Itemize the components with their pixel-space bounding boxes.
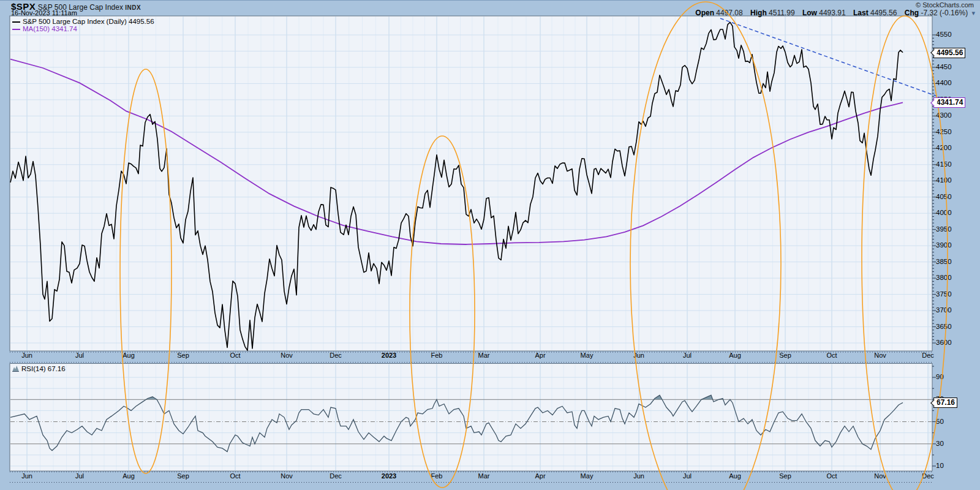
price-legend-swatch-icon: [12, 21, 20, 23]
quote-dropdown-icon[interactable]: ▾: [971, 9, 975, 17]
x-axis-label: Apr: [535, 352, 545, 359]
low-value: 4493.91: [819, 9, 845, 17]
x-axis-label: Sep: [779, 472, 791, 480]
rsi-legend-label: RSI(14) 67.16: [21, 365, 66, 372]
high-value: 4511.99: [769, 9, 795, 17]
price-axis-label: 4000: [936, 209, 952, 216]
x-axis-label: Jul: [683, 352, 692, 359]
x-axis-label: Nov: [874, 472, 886, 480]
x-axis-label: Sep: [177, 472, 189, 480]
x-axis-label: Aug: [123, 472, 135, 480]
price-axis-label: 3750: [936, 290, 952, 298]
ma-legend: MA(150) 4341.74: [12, 25, 77, 32]
x-axis-label: Mar: [478, 352, 490, 359]
x-axis-label: Jun: [633, 472, 644, 480]
copyright-label: © StockCharts.com: [916, 1, 974, 9]
x-axis-label: Dec: [922, 352, 934, 359]
x-axis-label: Nov: [281, 352, 293, 359]
price-axis-label: 3950: [936, 225, 952, 233]
price-axis-label: 3700: [936, 306, 952, 314]
stockcharts-chart-window: $SPX S&P 500 Large Cap Index INDX 16-Nov…: [0, 0, 980, 490]
x-axis-label: Jul: [75, 352, 84, 359]
last-label: Last: [853, 9, 869, 17]
x-axis-label: Nov: [874, 352, 886, 359]
price-axis-label: 4400: [936, 79, 952, 86]
open-label: Open: [695, 9, 714, 17]
x-axis-label: Sep: [177, 352, 189, 359]
x-axis-label: Oct: [826, 352, 837, 359]
chg-label: Chg: [905, 9, 919, 17]
x-axis-label: Aug: [729, 472, 741, 480]
x-axis-label: Feb: [431, 472, 443, 480]
price-axis-label: 4150: [936, 160, 952, 168]
price-axis-label: 4250: [936, 128, 952, 135]
price-axis-label: 3850: [936, 258, 952, 265]
x-axis-label: Mar: [478, 472, 490, 480]
x-axis-label: Jul: [75, 472, 84, 480]
x-axis-label: May: [581, 352, 594, 359]
rsi-axis-label: 50: [936, 418, 944, 425]
x-axis-label: Jun: [633, 352, 644, 359]
rsi-axis-label: 30: [936, 440, 944, 447]
x-axis-label: Dec: [330, 352, 342, 359]
x-axis-label: Jul: [683, 472, 692, 480]
x-axis-label: Oct: [826, 472, 837, 480]
x-axis-label: Oct: [230, 472, 240, 480]
price-axis-label: 3800: [936, 274, 952, 281]
rsi-axis-label: 10: [936, 462, 944, 469]
x-axis-label: Oct: [230, 352, 240, 359]
price-legend-label: S&P 500 Large Cap Index (Daily) 4495.56: [23, 18, 154, 25]
chart-datetime: 16-Nov-2023 11:11am: [11, 9, 77, 17]
last-price-tag: 4495.56: [933, 48, 965, 58]
x-axis-label: 2023: [382, 472, 396, 480]
exchange-label: INDX: [125, 4, 141, 11]
price-axis-label: 3650: [936, 323, 952, 330]
x-axis-label: Apr: [535, 472, 545, 480]
price-axis-label: 4200: [936, 144, 952, 151]
rsi-legend: RSI(14) 67.16: [12, 365, 66, 372]
x-axis-label: Feb: [431, 352, 443, 359]
rsi-axis-label: 90: [936, 373, 944, 380]
price-axis-label: 4100: [936, 176, 952, 184]
quote-summary: Open 4497.08 High 4511.99 Low 4493.91 La…: [690, 9, 975, 17]
x-axis-label: Aug: [123, 352, 135, 359]
price-axis-label: 4550: [936, 31, 952, 38]
open-value: 4497.08: [716, 9, 742, 17]
price-axis-label: 3900: [936, 241, 952, 249]
chg-value: -7.32 (-0.16%): [921, 9, 968, 17]
price-axis-label: 4050: [936, 193, 952, 200]
x-axis-label: May: [581, 472, 594, 480]
x-axis-label: Sep: [779, 352, 791, 359]
ma-value-tag: 4341.74: [933, 97, 965, 108]
x-axis-label: Dec: [922, 472, 934, 480]
price-axis-label: 4300: [936, 111, 952, 119]
price-axis-label: 4450: [936, 63, 952, 70]
x-axis-label: Aug: [729, 352, 741, 359]
last-value: 4495.56: [870, 9, 897, 17]
low-label: Low: [802, 9, 817, 17]
ma-legend-label: MA(150) 4341.74: [23, 25, 77, 32]
x-axis-label: Jun: [21, 472, 32, 480]
ma-legend-swatch-icon: [12, 29, 20, 30]
price-axis-label: 3600: [936, 339, 952, 346]
price-legend: S&P 500 Large Cap Index (Daily) 4495.56: [12, 18, 154, 25]
x-axis-label: Dec: [330, 472, 342, 480]
x-axis-label: Nov: [281, 472, 293, 480]
high-label: High: [750, 9, 767, 17]
chart-base-layer: [0, 1, 980, 490]
rsi-indicator-icon: [12, 365, 19, 372]
x-axis-label: Jun: [21, 352, 32, 359]
x-axis-label: 2023: [382, 352, 396, 359]
rsi-value-tag: 67.16: [933, 398, 957, 408]
